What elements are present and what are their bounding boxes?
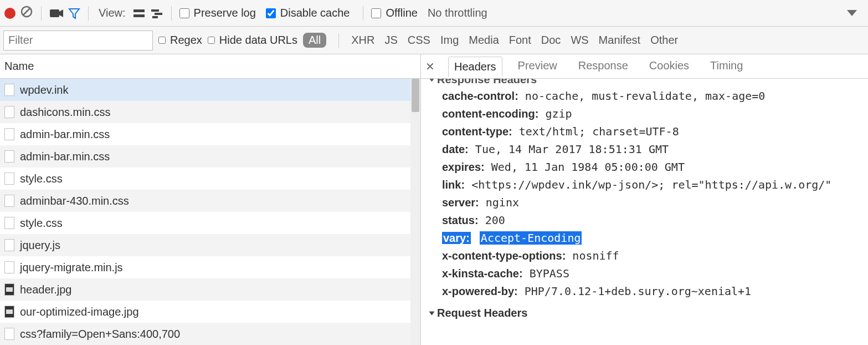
clear-icon[interactable] xyxy=(20,5,33,21)
filter-type-font[interactable]: Font xyxy=(509,34,531,47)
hide-data-urls-label: Hide data URLs xyxy=(219,34,297,47)
content: Name wpdev.inkdashicons.min.cssadmin-bar… xyxy=(0,54,868,345)
filter-icon[interactable] xyxy=(68,7,80,19)
header-value: nginx xyxy=(486,196,519,209)
filter-type-manifest[interactable]: Manifest xyxy=(599,34,641,47)
header-key: cache-control: xyxy=(442,90,518,102)
divider xyxy=(338,33,339,48)
preserve-log-input[interactable] xyxy=(179,8,189,18)
tab-headers[interactable]: Headers xyxy=(448,57,502,77)
request-row[interactable]: style.css xyxy=(0,168,420,190)
header-row[interactable]: date: Tue, 14 Mar 2017 18:51:31 GMT xyxy=(427,140,862,158)
request-row[interactable]: our-optimized-image.jpg xyxy=(0,301,420,323)
network-toolbar: View: Preserve log Disable cache Offline… xyxy=(0,0,868,27)
disable-cache-checkbox[interactable]: Disable cache xyxy=(266,7,350,19)
document-file-icon xyxy=(4,217,14,229)
request-row[interactable]: css?family=Open+Sans:400,700 xyxy=(0,323,420,345)
request-row[interactable]: adminbar-430.min.css xyxy=(0,190,420,212)
document-file-icon xyxy=(4,106,14,118)
request-list: wpdev.inkdashicons.min.cssadmin-bar.min.… xyxy=(0,79,420,345)
waterfall-icon[interactable] xyxy=(150,8,163,19)
header-key: content-type: xyxy=(442,125,512,138)
header-row[interactable]: expires: Wed, 11 Jan 1984 05:00:00 GMT xyxy=(427,158,862,176)
request-row[interactable]: admin-bar.min.css xyxy=(0,123,420,145)
header-row[interactable]: cache-control: no-cache, must-revalidate… xyxy=(427,87,862,105)
svg-marker-10 xyxy=(847,10,857,16)
request-row[interactable]: jquery.js xyxy=(0,234,420,256)
header-value: <https://wpdev.ink/wp-json/>; rel="https… xyxy=(471,178,831,191)
request-list-wrap: wpdev.inkdashicons.min.cssadmin-bar.min.… xyxy=(0,79,420,345)
header-value: Accept-Encoding xyxy=(480,231,582,245)
offline-label: Offline xyxy=(386,7,417,19)
column-header-name[interactable]: Name xyxy=(0,54,420,79)
regex-checkbox[interactable]: Regex xyxy=(158,34,202,47)
filter-type-doc[interactable]: Doc xyxy=(541,34,561,47)
response-headers-section[interactable]: Response Headers xyxy=(427,79,862,87)
hide-data-urls-input[interactable] xyxy=(208,37,215,44)
request-name: admin-bar.min.css xyxy=(20,150,110,163)
preserve-log-checkbox[interactable]: Preserve log xyxy=(179,7,256,19)
document-file-icon xyxy=(4,239,14,251)
header-row[interactable]: x-powered-by: PHP/7.0.12-1+deb.sury.org~… xyxy=(427,282,862,300)
request-row[interactable]: style.css xyxy=(0,212,420,234)
chevron-down-icon[interactable] xyxy=(847,7,857,19)
header-key: x-content-type-options: xyxy=(442,250,566,262)
request-row[interactable]: admin-bar.min.css xyxy=(0,145,420,168)
disable-cache-input[interactable] xyxy=(266,8,276,18)
filter-type-all[interactable]: All xyxy=(303,33,326,48)
tab-preview[interactable]: Preview xyxy=(512,56,563,77)
svg-marker-3 xyxy=(59,9,63,17)
hide-data-urls-checkbox[interactable]: Hide data URLs xyxy=(208,34,297,47)
filter-type-other[interactable]: Other xyxy=(650,34,678,47)
request-row[interactable]: header.jpg xyxy=(0,278,420,301)
details-tabs: ✕ HeadersPreviewResponseCookiesTiming xyxy=(421,54,868,79)
request-name: admin-bar.min.css xyxy=(20,128,110,141)
svg-rect-8 xyxy=(155,13,162,15)
large-rows-icon[interactable] xyxy=(132,8,146,19)
record-icon[interactable] xyxy=(4,8,16,19)
tab-timing[interactable]: Timing xyxy=(705,56,748,77)
header-row[interactable]: x-content-type-options: nosniff xyxy=(427,247,862,265)
filter-type-css[interactable]: CSS xyxy=(408,34,430,47)
document-file-icon xyxy=(4,328,14,340)
header-key: x-kinsta-cache: xyxy=(442,267,523,280)
filter-type-js[interactable]: JS xyxy=(384,34,397,47)
request-name: jquery-migrate.min.js xyxy=(20,261,123,274)
offline-input[interactable] xyxy=(371,8,381,18)
scrollbar-thumb[interactable] xyxy=(412,79,419,112)
divider xyxy=(171,6,172,21)
header-value: nosniff xyxy=(572,249,619,262)
header-row[interactable]: link: <https://wpdev.ink/wp-json/>; rel=… xyxy=(427,176,862,194)
request-row[interactable]: jquery-migrate.min.js xyxy=(0,256,420,278)
request-row[interactable]: dashicons.min.css xyxy=(0,101,420,123)
filter-type-img[interactable]: Img xyxy=(440,34,459,47)
offline-checkbox[interactable]: Offline xyxy=(371,7,417,19)
filter-input[interactable] xyxy=(3,31,153,50)
header-value: BYPASS xyxy=(530,267,569,280)
scrollbar[interactable] xyxy=(410,79,420,345)
type-filters: AllXHRJSCSSImgMediaFontDocWSManifestOthe… xyxy=(303,33,678,48)
tab-cookies[interactable]: Cookies xyxy=(644,56,695,77)
header-row[interactable]: vary: Accept-Encoding xyxy=(427,229,862,247)
svg-marker-4 xyxy=(69,9,79,18)
request-name: adminbar-430.min.css xyxy=(20,195,129,207)
request-headers-section[interactable]: Request Headers xyxy=(427,306,862,321)
camera-icon[interactable] xyxy=(49,8,64,19)
throttling-select[interactable]: No throttling xyxy=(428,7,487,19)
header-row[interactable]: content-encoding: gzip xyxy=(427,105,862,123)
header-value: 200 xyxy=(485,214,505,227)
headers-pane: Response Headers cache-control: no-cache… xyxy=(421,79,868,345)
header-row[interactable]: status: 200 xyxy=(427,211,862,229)
request-row[interactable]: wpdev.ink xyxy=(0,79,420,101)
filter-type-ws[interactable]: WS xyxy=(571,34,588,47)
filter-type-xhr[interactable]: XHR xyxy=(351,34,374,47)
filter-type-media[interactable]: Media xyxy=(469,34,499,47)
header-row[interactable]: content-type: text/html; charset=UTF-8 xyxy=(427,123,862,140)
regex-input[interactable] xyxy=(158,37,166,44)
view-label: View: xyxy=(99,7,126,19)
tab-response[interactable]: Response xyxy=(573,56,634,77)
header-row[interactable]: server: nginx xyxy=(427,194,862,211)
header-row[interactable]: x-kinsta-cache: BYPASS xyxy=(427,265,862,282)
divider xyxy=(41,6,42,21)
close-icon[interactable]: ✕ xyxy=(425,60,435,73)
